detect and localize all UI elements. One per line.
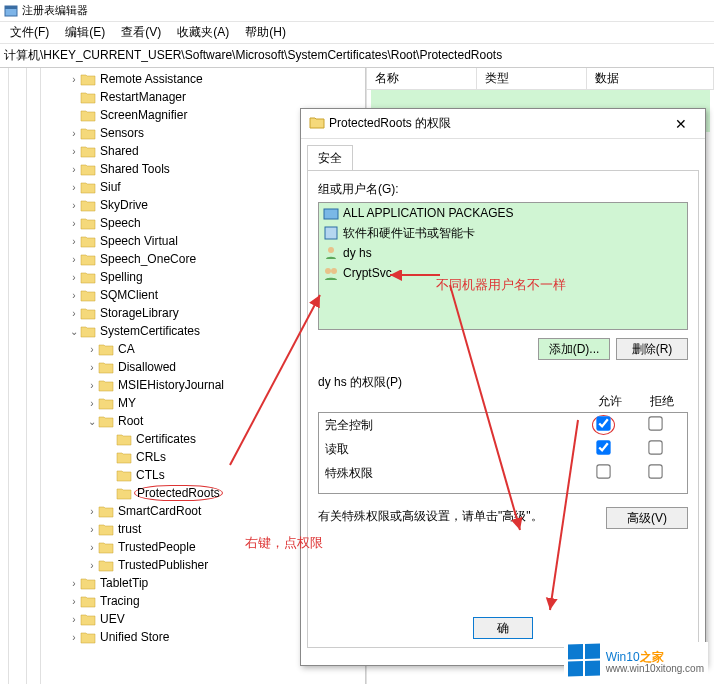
tree-label: TrustedPeople [116,540,198,554]
folder-icon [80,630,96,644]
expander-icon[interactable]: › [68,199,80,211]
watermark: Win10之家 www.win10xitong.com [564,642,708,678]
tree-label: StorageLibrary [98,306,181,320]
expander-icon[interactable]: › [86,541,98,553]
principal-icon [323,265,339,281]
tree-item[interactable]: RestartManager [0,88,365,106]
tree-label: SmartCardRoot [116,504,203,518]
folder-icon [80,108,96,122]
folder-icon [80,612,96,626]
expander-icon[interactable]: › [86,559,98,571]
tree-label: Remote Assistance [98,72,205,86]
expander-icon[interactable]: › [68,73,80,85]
expander-icon[interactable]: › [86,523,98,535]
principal-row[interactable]: 软件和硬件证书或智能卡 [319,223,687,243]
tab-security[interactable]: 安全 [307,145,353,171]
expander-icon[interactable]: › [86,397,98,409]
expander-icon[interactable]: › [68,595,80,607]
close-button[interactable]: ✕ [665,112,697,136]
expander-icon[interactable]: › [68,163,80,175]
tree-label: UEV [98,612,127,626]
expander-icon[interactable]: › [68,631,80,643]
principal-name: dy hs [343,246,372,260]
col-type[interactable]: 类型 [477,68,587,89]
deny-header: 拒绝 [636,393,688,410]
expander-icon[interactable] [104,487,116,499]
tree-label: trust [116,522,143,536]
dialog-titlebar[interactable]: ProtectedRoots 的权限 ✕ [301,109,705,139]
svg-point-6 [331,268,337,274]
expander-icon[interactable]: › [68,217,80,229]
folder-icon [80,306,96,320]
titlebar: 注册表编辑器 [0,0,714,22]
principal-row[interactable]: ALL APPLICATION PACKAGES [319,203,687,223]
expander-icon[interactable]: › [86,505,98,517]
folder-icon [80,144,96,158]
annotation-arrow [540,410,620,620]
expander-icon[interactable]: › [68,253,80,265]
folder-icon [98,522,114,536]
expander-icon[interactable]: › [86,379,98,391]
tree-label: CTLs [134,468,167,482]
principal-icon [323,245,339,261]
expander-icon[interactable]: › [68,235,80,247]
expander-icon[interactable]: › [68,145,80,157]
menu-edit[interactable]: 编辑(E) [57,22,113,43]
ok-button[interactable]: 确 [473,617,533,639]
menu-help[interactable]: 帮助(H) [237,22,294,43]
tree-label: Root [116,414,145,428]
annotation-rightclick: 右键，点权限 [245,534,323,552]
folder-icon [80,126,96,140]
menu-file[interactable]: 文件(F) [2,22,57,43]
expander-icon[interactable]: ⌄ [68,325,80,337]
expander-icon[interactable]: › [68,577,80,589]
col-name[interactable]: 名称 [367,68,477,89]
svg-rect-1 [5,6,17,9]
expander-icon[interactable]: › [68,127,80,139]
tree-label: Tracing [98,594,142,608]
tree-label: Speech [98,216,143,230]
tree-label: CA [116,342,137,356]
tree-label: Shared Tools [98,162,172,176]
folder-icon [80,234,96,248]
expander-icon[interactable]: › [86,343,98,355]
tree-item[interactable]: ›Remote Assistance [0,70,365,88]
principal-icon [323,205,339,221]
col-data[interactable]: 数据 [587,68,714,89]
allow-header: 允许 [584,393,636,410]
expander-icon[interactable]: › [68,613,80,625]
expander-icon[interactable]: › [68,271,80,283]
app-icon [4,4,18,18]
tree-label: SystemCertificates [98,324,202,338]
app-title: 注册表编辑器 [22,3,88,18]
expander-icon[interactable]: ⌄ [86,415,98,427]
tree-label: Unified Store [98,630,171,644]
expander-icon[interactable] [104,451,116,463]
deny-checkbox[interactable] [648,416,662,430]
expander-icon[interactable]: › [68,307,80,319]
folder-icon [116,468,132,482]
menubar: 文件(F) 编辑(E) 查看(V) 收藏夹(A) 帮助(H) [0,22,714,44]
expander-icon[interactable] [68,91,80,103]
remove-button[interactable]: 删除(R) [616,338,688,360]
menu-view[interactable]: 查看(V) [113,22,169,43]
expander-icon[interactable] [68,109,80,121]
folder-icon [80,90,96,104]
expander-icon[interactable]: › [86,361,98,373]
expander-icon[interactable] [104,433,116,445]
folder-icon [80,180,96,194]
expander-icon[interactable]: › [68,181,80,193]
windows-logo-icon [568,643,600,676]
folder-icon [80,594,96,608]
expander-icon[interactable] [104,469,116,481]
groups-label: 组或用户名(G): [318,181,688,198]
menu-fav[interactable]: 收藏夹(A) [169,22,237,43]
deny-checkbox[interactable] [648,440,662,454]
folder-icon [98,414,114,428]
deny-checkbox[interactable] [648,464,662,478]
address-bar[interactable]: 计算机\HKEY_CURRENT_USER\Software\Microsoft… [0,44,714,68]
expander-icon[interactable]: › [68,289,80,301]
principal-icon [323,225,339,241]
annotation-diff-machine: 不同机器用户名不一样 [436,276,566,294]
principal-row[interactable]: dy hs [319,243,687,263]
